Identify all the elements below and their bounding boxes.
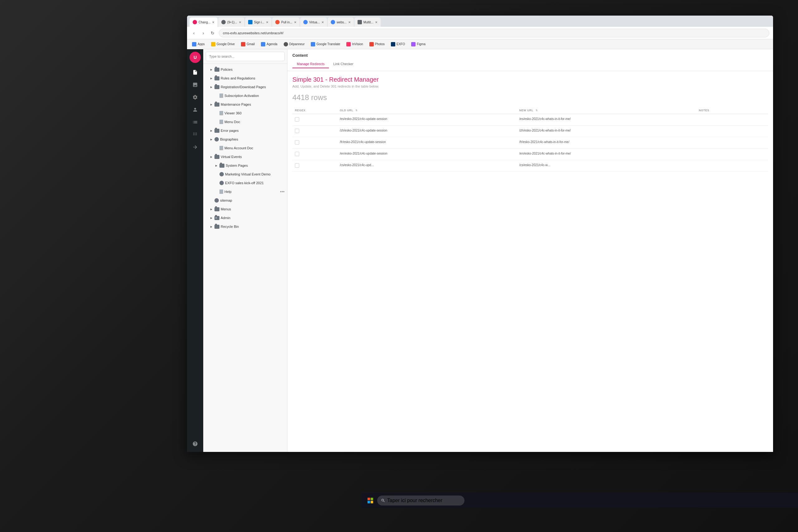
checkbox-r2[interactable]: [295, 129, 299, 133]
tab-chang[interactable]: Chang... ✕: [190, 17, 217, 27]
tree-item-viewer[interactable]: Viewer 360: [203, 109, 287, 117]
bookmark-depanneur[interactable]: Dépanneur: [281, 41, 307, 48]
tab-virtual[interactable]: Virtua... ✕: [300, 17, 327, 27]
tree-item-menuacc[interactable]: Menu Account Doc: [203, 144, 287, 152]
tree-item-menus[interactable]: ▶ Menus: [203, 205, 287, 213]
tree-item-mktg[interactable]: Marketing Virtual Event Demo: [203, 170, 287, 178]
tab-label-virtual: Virtua...: [309, 21, 320, 24]
checkbox-r4[interactable]: [295, 152, 299, 156]
tab-close-notif[interactable]: ✕: [239, 21, 241, 24]
bookmark-exfo[interactable]: EXFO: [388, 41, 407, 48]
tab-pull[interactable]: Pull in... ✕: [272, 17, 300, 27]
sort-icon-new: ⇅: [535, 109, 538, 112]
tree-search-input[interactable]: [206, 52, 285, 61]
bookmark-figma[interactable]: Figma: [408, 41, 428, 48]
bookmark-drive[interactable]: Google Drive: [209, 41, 237, 48]
tree-item-error[interactable]: ▶ Error pages: [203, 126, 287, 135]
checkbox-r5[interactable]: [295, 163, 299, 168]
sidebar-redirect-icon[interactable]: [190, 141, 201, 153]
tab-multi[interactable]: Multit... ✕: [355, 17, 381, 27]
sidebar-forms-icon[interactable]: [190, 117, 201, 128]
bookmark-apps[interactable]: Apps: [190, 41, 207, 48]
tab-close-signin[interactable]: ✕: [266, 21, 268, 24]
cell-regex-r5: [292, 160, 337, 172]
tab-notif[interactable]: (9+1)... ✕: [218, 17, 244, 27]
taskbar-start-button[interactable]: [365, 496, 375, 506]
tree-item-maint[interactable]: ▶ Maintenance Pages: [203, 100, 287, 109]
sidebar-content-icon[interactable]: [190, 67, 201, 78]
content-header: Content Manage Redirects Link Checker: [287, 49, 773, 71]
back-button[interactable]: ‹: [191, 30, 197, 36]
doc-icon-menuacc: [220, 146, 223, 150]
win-logo-green: [370, 498, 373, 500]
checkbox-r1[interactable]: [295, 117, 299, 121]
folder-icon-virtual: [214, 155, 220, 159]
tab-close-pull[interactable]: ✕: [294, 21, 297, 24]
tree-item-admin[interactable]: ▶ ✕ Admin: [203, 213, 287, 222]
tree-arrow-menuacc: [214, 146, 218, 150]
cell-old-r3: /fr/esko-2021/c4c-update-session: [337, 137, 517, 149]
bookmark-exfo-label: EXFO: [397, 42, 405, 46]
user-icon-bio: [214, 137, 219, 141]
forward-button[interactable]: ›: [200, 30, 206, 36]
bookmark-invision[interactable]: InVision: [344, 41, 365, 48]
tree-item-menudoc[interactable]: Menu Doc: [203, 117, 287, 126]
tree-label-regdown: Registration/Download Pages: [221, 85, 266, 89]
tree-item-exfo[interactable]: EXFO sales kick-off 2021: [203, 178, 287, 187]
tree-label-exfo: EXFO sales kick-off 2021: [225, 181, 264, 185]
tree-item-virtual[interactable]: ▶ Virtual Events: [203, 152, 287, 161]
tree-label-rules: Rules and Regulations: [221, 76, 255, 80]
cell-regex-r2: [292, 126, 337, 137]
tree-item-help[interactable]: Help •••: [203, 187, 287, 196]
address-input[interactable]: [219, 29, 769, 37]
sidebar-members-icon[interactable]: [190, 104, 201, 115]
tree-item-rules[interactable]: ▶ Rules and Regulations: [203, 74, 287, 82]
tab-icon-signin: [248, 20, 252, 24]
tab-close-webs[interactable]: ✕: [348, 21, 351, 24]
bookmark-photos[interactable]: Photos: [367, 41, 387, 48]
tree-item-bio[interactable]: ▶ Biographies: [203, 135, 287, 144]
bookmark-apps-label: Apps: [197, 42, 205, 46]
sidebar-help-icon[interactable]: [190, 438, 201, 450]
tab-icon-notif: [221, 20, 226, 24]
tree-item-recycle[interactable]: ▶ Recycle Bin: [203, 222, 287, 231]
tree-label-subact: Subscription Activation: [225, 94, 259, 98]
col-header-new-url: NEW URL ⇅: [517, 107, 696, 114]
tab-signin[interactable]: Sign i... ✕: [245, 17, 271, 27]
tab-close-virtual[interactable]: ✕: [321, 21, 324, 24]
reload-button[interactable]: ↻: [209, 30, 216, 36]
cell-regex-r3: [292, 137, 337, 149]
tree-item-subact[interactable]: Subscription Activation: [203, 91, 287, 100]
tree-label-error: Error pages: [221, 129, 239, 132]
tree-content: ▶ Policies ▶ Rules and Regulations ▶: [203, 64, 287, 452]
sidebar-settings-icon[interactable]: [190, 92, 201, 103]
tree-item-policies[interactable]: ▶ Policies: [203, 65, 287, 74]
tab-close-chang[interactable]: ✕: [212, 21, 214, 24]
user-icon-sitemap: [214, 198, 219, 203]
bookmark-gmail[interactable]: Gmail: [239, 41, 257, 48]
taskbar-search-icon: [381, 498, 385, 503]
bookmark-agenda[interactable]: Agenda: [259, 41, 280, 48]
tab-webs[interactable]: webs... ✕: [328, 17, 354, 27]
tree-more-help[interactable]: •••: [280, 189, 285, 194]
tab-close-multi[interactable]: ✕: [375, 21, 378, 24]
umbraco-logo[interactable]: U: [190, 52, 201, 63]
folder-icon-error: [214, 129, 220, 133]
sidebar-translation-icon[interactable]: [190, 129, 201, 140]
bookmark-translate[interactable]: Google Translate: [308, 41, 343, 48]
checkbox-r3[interactable]: [295, 140, 299, 145]
tab-icon-multi: [358, 20, 362, 24]
bookmark-agenda-label: Agenda: [267, 42, 277, 46]
tab-icon-webs: [331, 20, 335, 24]
tab-link-checker[interactable]: Link Checker: [329, 60, 358, 68]
taskbar-search-box[interactable]: Taper ici pour rechercher: [377, 496, 464, 506]
tree-item-syspages[interactable]: ▶ System Pages: [203, 161, 287, 170]
tab-manage-redirects[interactable]: Manage Redirects: [292, 60, 329, 68]
sidebar-media-icon[interactable]: [190, 79, 201, 90]
tree-item-sitemap[interactable]: sitemap: [203, 196, 287, 205]
col-header-old-url: OLD URL ⇅: [337, 107, 517, 114]
sort-icon-old: ⇅: [355, 109, 358, 112]
cell-old-r1: /es/esko-2021/c4c-update-session: [337, 114, 517, 126]
tree-item-regdown[interactable]: ▶ Registration/Download Pages: [203, 82, 287, 91]
redirect-manager-title: Simple 301 - Redirect Manager: [292, 76, 768, 83]
